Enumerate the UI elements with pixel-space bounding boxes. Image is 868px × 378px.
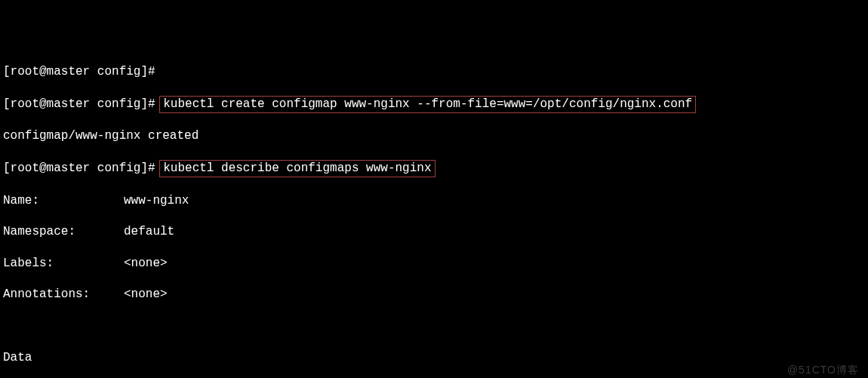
- blank-line: [3, 318, 865, 334]
- data-header: Data: [3, 350, 865, 366]
- cmd-create-configmap[interactable]: kubectl create configmap www-nginx --fro…: [159, 96, 696, 113]
- label-annotations: Annotations:: [3, 287, 124, 303]
- value-labels: <none>: [124, 257, 168, 270]
- desc-name: Name:www-nginx: [3, 193, 865, 209]
- label-namespace: Namespace:: [3, 224, 124, 240]
- top-line-fragment: [root@master config]#: [3, 64, 865, 80]
- command-line-1: [root@master config]# kubectl create con…: [3, 96, 865, 113]
- command-line-2: [root@master config]# kubectl describe c…: [3, 160, 865, 177]
- desc-annotations: Annotations:<none>: [3, 287, 865, 303]
- desc-labels: Labels:<none>: [3, 256, 865, 272]
- value-name: www-nginx: [124, 194, 189, 207]
- desc-namespace: Namespace:default: [3, 224, 865, 240]
- label-labels: Labels:: [3, 256, 124, 272]
- prompt: [root@master config]#: [3, 97, 162, 111]
- output-created: configmap/www-nginx created: [3, 128, 865, 144]
- watermark: @51CTO博客: [787, 363, 859, 376]
- label-name: Name:: [3, 193, 124, 209]
- cmd-describe-configmap[interactable]: kubectl describe configmaps www-nginx: [159, 160, 435, 177]
- value-namespace: default: [124, 225, 174, 238]
- value-annotations: <none>: [124, 287, 168, 301]
- prompt: [root@master config]#: [3, 161, 162, 175]
